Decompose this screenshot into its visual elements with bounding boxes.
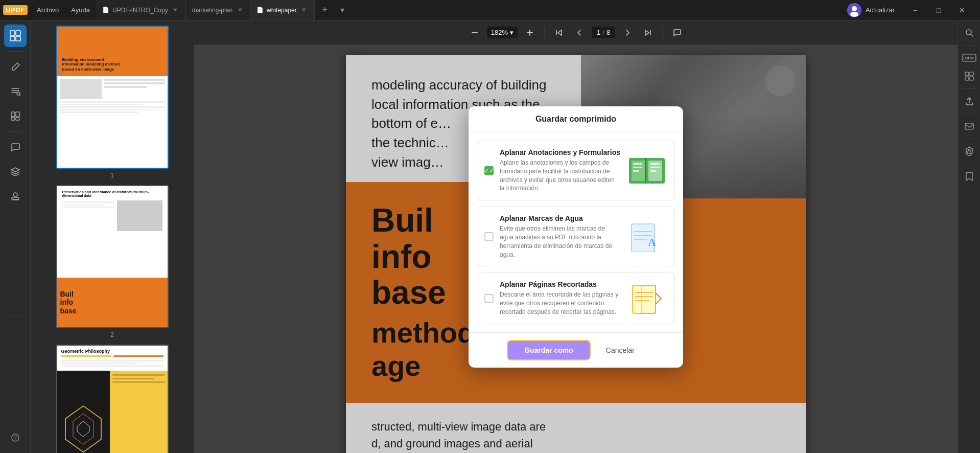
window-controls: − □ ✕ [903, 0, 974, 20]
right-tool-protect[interactable] [961, 143, 977, 160]
svg-rect-28 [633, 163, 642, 165]
svg-rect-55 [968, 151, 971, 153]
first-page-button[interactable] [551, 25, 567, 41]
svg-line-8 [19, 95, 20, 96]
thumb-img-3: Geometric Philosophy [56, 345, 169, 453]
zoom-in-button[interactable] [522, 25, 538, 41]
svg-rect-12 [16, 118, 19, 120]
right-tool-bookmark[interactable] [961, 168, 977, 185]
svg-rect-32 [650, 167, 660, 168]
menu-ayuda[interactable]: Ayuda [65, 0, 96, 20]
option-flatten-annotations[interactable]: ✓ Aplanar Anotaciones y Formularios Apla… [477, 141, 675, 200]
right-tool-ocr[interactable]: OCR [961, 50, 977, 66]
thumbnail-panel: Building environmentinformation modeling… [31, 20, 194, 453]
user-avatar[interactable] [847, 3, 861, 17]
modal-dialog: Guardar comprimido ✓ Aplanar Anotaciones… [469, 106, 683, 368]
svg-point-2 [850, 12, 858, 17]
last-page-button[interactable] [640, 25, 656, 41]
thumb-label-1: 1 [110, 172, 114, 179]
checkbox-flatten-cropped[interactable] [484, 294, 494, 303]
thumbnail-page-1[interactable]: Building environmentinformation modeling… [36, 26, 189, 179]
modal-footer: Guardar como Cancelar [469, 332, 683, 368]
svg-rect-10 [16, 112, 19, 117]
option-icon-2: A [626, 221, 667, 252]
tool-comment[interactable] [4, 136, 27, 158]
save-as-button[interactable]: Guardar como [507, 340, 591, 360]
maximize-button[interactable]: □ [927, 0, 950, 20]
option-text-3: Aplanar Páginas Recortadas Descarte el á… [500, 280, 620, 316]
tool-annotate[interactable] [4, 80, 27, 103]
svg-marker-20 [77, 421, 89, 437]
svg-rect-50 [965, 72, 969, 76]
tab-updf-intro[interactable]: 📄 UPDF-INTRO_Copy ✕ [96, 0, 186, 20]
add-tab-button[interactable]: + [317, 2, 333, 18]
svg-rect-52 [965, 77, 969, 80]
svg-rect-3 [10, 31, 15, 35]
next-page-button[interactable] [619, 25, 636, 41]
svg-rect-11 [11, 118, 15, 120]
svg-rect-9 [11, 112, 15, 117]
minimize-button[interactable]: − [903, 0, 927, 20]
tab-marketing[interactable]: marketing-plan ✕ [186, 0, 250, 20]
checkbox-flatten-annotations[interactable]: ✓ [484, 166, 494, 175]
tab-whitepaper[interactable]: 📄 whitepaper ✕ [250, 0, 315, 20]
tool-stamp[interactable] [4, 185, 27, 208]
tab-close-3[interactable]: ✕ [300, 6, 308, 14]
thumbnail-page-2[interactable]: Preservation and inheritance of architec… [36, 185, 189, 338]
svg-marker-18 [65, 406, 101, 452]
pdf-canvas: modeling accuracy of building local info… [194, 45, 958, 453]
checkbox-flatten-watermarks[interactable] [484, 232, 494, 241]
cancel-button[interactable]: Cancelar [596, 340, 645, 360]
tabs-dropdown-button[interactable]: ▾ [335, 3, 349, 17]
menu-archivo[interactable]: Archivo [31, 0, 65, 20]
svg-marker-19 [73, 414, 94, 444]
tool-edit[interactable] [4, 56, 27, 78]
svg-point-1 [852, 6, 857, 11]
page-display: 1 / 8 [592, 27, 615, 38]
right-tool-search[interactable] [961, 25, 977, 41]
right-tool-organize[interactable] [961, 68, 977, 84]
svg-point-7 [17, 92, 20, 95]
main-container: ? Building environmentinformation modeli… [0, 20, 980, 453]
thumb-label-2: 2 [110, 331, 114, 338]
zoom-out-button[interactable] [466, 25, 483, 41]
svg-rect-54 [965, 123, 973, 129]
option-icon-1 [626, 155, 667, 186]
comment-toggle-button[interactable] [669, 25, 685, 41]
svg-rect-30 [633, 170, 639, 172]
option-text-2: Aplanar Marcas de Agua Evite que otros e… [500, 214, 620, 259]
zoom-dropdown-icon[interactable]: ▾ [510, 29, 514, 36]
tool-pages[interactable] [4, 105, 27, 127]
svg-rect-40 [633, 285, 656, 313]
option-icon-3 [626, 283, 667, 314]
thumbnail-page-3[interactable]: Geometric Philosophy [36, 345, 189, 453]
svg-rect-53 [970, 77, 973, 80]
check-icon: ✓ [484, 167, 494, 174]
tool-layers[interactable] [4, 161, 27, 183]
close-button[interactable]: ✕ [950, 0, 974, 20]
left-toolbar: ? [0, 20, 31, 453]
title-bar-actions: Actualizar − □ ✕ [841, 0, 980, 20]
zoom-display: 182% ▾ [487, 27, 518, 38]
modal-body: ✓ Aplanar Anotaciones y Formularios Apla… [469, 132, 683, 332]
tool-thumbnail[interactable] [4, 25, 27, 47]
svg-rect-33 [650, 170, 657, 172]
title-bar: UPDF Archivo Ayuda 📄 UPDF-INTRO_Copy ✕ m… [0, 0, 980, 20]
tool-bottom[interactable]: ? [4, 426, 27, 449]
svg-rect-4 [16, 31, 20, 35]
option-text-1: Aplanar Anotaciones y Formularios Aplane… [500, 148, 620, 193]
tab-close-2[interactable]: ✕ [236, 6, 244, 14]
top-toolbar: 182% ▾ 1 / [194, 20, 958, 45]
right-tool-mail[interactable] [961, 118, 977, 134]
right-toolbar: OCR [958, 20, 980, 453]
prev-page-button[interactable] [571, 25, 588, 41]
svg-rect-31 [650, 163, 660, 165]
update-button[interactable]: Actualizar [866, 6, 895, 14]
option-flatten-watermarks[interactable]: Aplanar Marcas de Agua Evite que otros e… [477, 207, 675, 266]
right-tool-share[interactable] [961, 93, 977, 109]
option-flatten-cropped[interactable]: Aplanar Páginas Recortadas Descarte el á… [477, 273, 675, 324]
svg-point-14 [13, 193, 17, 197]
tabs-area: 📄 UPDF-INTRO_Copy ✕ marketing-plan ✕ 📄 w… [96, 0, 841, 20]
tab-close-1[interactable]: ✕ [171, 6, 179, 14]
pdf-page: modeling accuracy of building local info… [346, 55, 806, 453]
